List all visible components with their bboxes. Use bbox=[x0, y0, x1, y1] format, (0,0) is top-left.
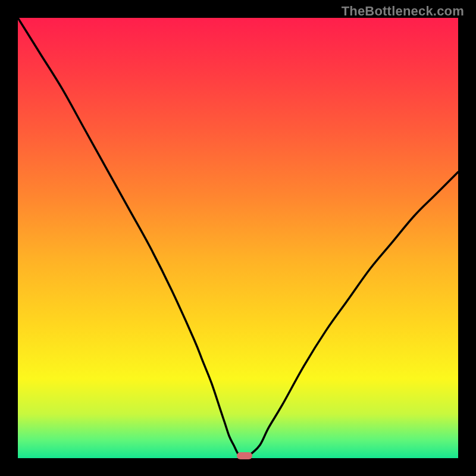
bottleneck-curve-path bbox=[18, 18, 458, 458]
chart-container: TheBottleneck.com bbox=[0, 0, 476, 476]
plot-area bbox=[18, 18, 458, 458]
minimum-marker bbox=[237, 452, 252, 459]
curve-svg bbox=[18, 18, 458, 458]
watermark-text: TheBottleneck.com bbox=[342, 4, 464, 19]
